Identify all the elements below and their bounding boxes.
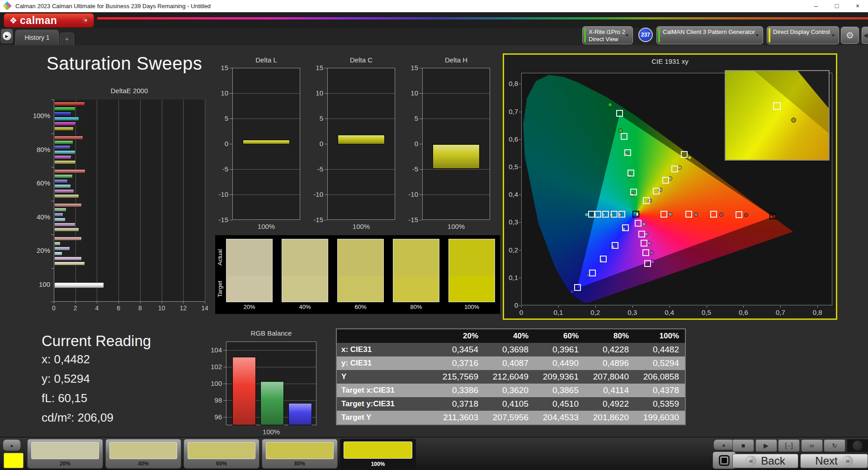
meter-name: X-Rite i1Pro 2	[589, 28, 625, 35]
collapse-panel-button[interactable]: ◀	[862, 27, 868, 44]
pattern-level-button-60[interactable]: 60%	[184, 439, 259, 469]
target-swatch	[226, 276, 272, 302]
x-tick-label: 4	[90, 304, 103, 312]
deltae-bar	[54, 112, 71, 116]
tick-mark	[51, 268, 54, 269]
y-tick-label: 100	[204, 380, 222, 387]
gridline	[97, 100, 97, 301]
y-tick-label: 0,6	[504, 135, 518, 143]
pattern-generator-dropdown[interactable]: CalMAN Client 3 Pattern Generator ▼	[656, 26, 763, 44]
square-icon-fill	[722, 458, 727, 463]
x-category-label: 100%	[422, 223, 490, 230]
calman-menu-button[interactable]: ❖ calman ▼	[4, 13, 94, 28]
table-cell: 209,9361	[534, 372, 585, 382]
chevron-down-icon: ▼	[755, 33, 760, 38]
dH-bar	[433, 144, 480, 169]
next-button[interactable]: Next»	[800, 454, 868, 468]
settings-button[interactable]: ⚙	[841, 27, 859, 44]
group-label: 100	[20, 280, 50, 288]
tick-mark	[51, 234, 54, 235]
tab-scroll-button[interactable]: ▶	[1, 29, 13, 43]
chart-title: Delta L	[232, 56, 300, 64]
target-square-marker	[641, 240, 647, 247]
pattern-level-button-80[interactable]: 80%	[262, 439, 338, 469]
gridline	[423, 169, 490, 170]
tick-mark	[54, 302, 54, 304]
x-tick-label: 10	[156, 304, 168, 312]
refresh-button[interactable]: ↻	[824, 439, 845, 452]
meter-status-strip	[584, 28, 586, 43]
target-swatch	[282, 276, 328, 302]
table-row: y: CIE310,37160,40870,44900,48960,5294	[337, 356, 685, 370]
pattern-generator-name: CalMAN Client 3 Pattern Generator	[663, 28, 755, 35]
deltae-bar	[54, 256, 82, 261]
deltae-bar	[54, 237, 82, 241]
tab-history-1[interactable]: History 1	[15, 30, 59, 45]
table-cell: 0,3698	[484, 345, 534, 355]
meter-count-badge[interactable]: 237	[638, 28, 653, 42]
meter-mode: Direct View	[589, 36, 618, 43]
row-label: x: CIE31	[337, 345, 434, 354]
reading-line: cd/m²: 206,09	[42, 408, 151, 427]
gridline	[162, 100, 162, 301]
tick-mark	[230, 68, 232, 68]
table-cell: 0,4114	[585, 385, 635, 395]
pattern-level-button-20[interactable]: 20%	[27, 439, 103, 469]
display-control-dropdown[interactable]: Direct Display Control ▼	[767, 26, 839, 44]
delta-c-chart: Delta C151050-5-10-15100%	[312, 56, 411, 233]
chart-title: CIE 1931 xy	[504, 57, 836, 65]
maximize-button[interactable]: □	[826, 0, 847, 12]
target-square-marker	[616, 110, 623, 117]
stop-button[interactable]: ■	[732, 439, 754, 452]
measured-circle-marker	[744, 213, 748, 217]
table-row: Target y:CIE310,37180,41050,45100,49220,…	[337, 397, 685, 411]
square-icon	[719, 455, 730, 466]
tick-mark	[420, 119, 422, 119]
deltae-bar	[54, 208, 66, 212]
tick-mark	[97, 302, 97, 304]
back-button[interactable]: «Back	[732, 454, 798, 468]
deltae-bar	[54, 122, 76, 126]
pattern-level-button-100[interactable]: 100%	[340, 439, 416, 469]
level-label: 80%	[262, 461, 337, 467]
gridline	[233, 119, 300, 119]
level-label: 20%	[28, 461, 103, 467]
swatch-level-label: 100%	[448, 304, 495, 310]
display-control-name: Direct Display Control	[773, 28, 830, 35]
add-tab-button[interactable]: +	[60, 33, 74, 45]
continuous-measure-button[interactable]: ∞	[801, 439, 823, 452]
table-cell: 0,3386	[434, 385, 484, 395]
tick-mark	[118, 302, 119, 304]
actual-swatch	[282, 239, 328, 276]
swatch-level-label: 40%	[282, 304, 328, 310]
deltae-bar	[54, 107, 75, 111]
y-tick-label: 10	[217, 89, 228, 97]
y-tick-label: -15	[312, 216, 323, 223]
current-reading-title: Current Reading	[42, 332, 151, 350]
close-button[interactable]: ×	[847, 0, 868, 12]
tick-mark	[325, 169, 327, 170]
x-tick-label: 0,1	[548, 309, 568, 316]
actual-swatch	[449, 239, 495, 276]
target-square-marker	[574, 284, 581, 291]
target-swatch	[338, 276, 383, 302]
target-square-marker	[635, 220, 642, 227]
tick-mark	[420, 144, 422, 144]
deltae-bar	[54, 145, 71, 149]
table-cell: 0,3718	[434, 399, 484, 409]
expand-patterns-button[interactable]: ▲	[3, 439, 21, 451]
table-header-cell: 40%	[484, 332, 534, 341]
minimize-button[interactable]: –	[806, 0, 826, 12]
target-square-marker	[588, 211, 595, 218]
calman-logo-text: calman	[20, 14, 57, 27]
play-button[interactable]: ▶	[755, 439, 777, 452]
expand-controls-button[interactable]: ▲	[713, 439, 734, 450]
deltae-bar	[54, 179, 68, 183]
tick-mark	[230, 119, 232, 119]
table-cell: 0,4922	[585, 399, 635, 409]
pattern-level-button-40[interactable]: 40%	[105, 439, 181, 469]
meter-dropdown[interactable]: X-Rite i1Pro 2 Direct View ▼	[582, 26, 633, 44]
page-title: Saturation Sweeps	[47, 53, 202, 74]
table-cell: 0,5359	[635, 399, 685, 409]
single-measure-button[interactable]: [··]	[778, 439, 800, 452]
